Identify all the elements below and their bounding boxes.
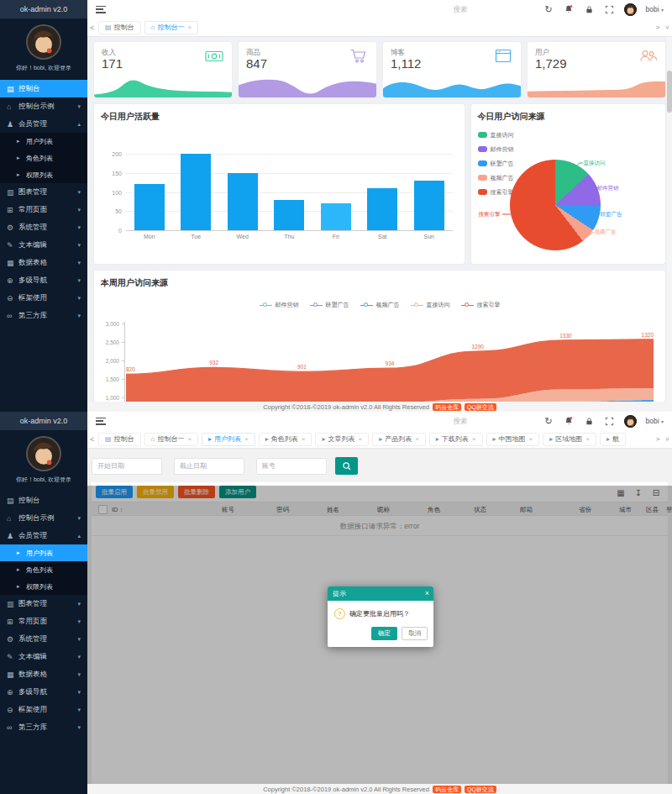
tab[interactable]: ▸中国地图× — [486, 433, 540, 446]
sidebar-item[interactable]: ⊞常用页面▾ — [0, 613, 87, 630]
tab-close-icon[interactable]: × — [187, 435, 192, 443]
legend-item[interactable]: 联盟广告 — [310, 301, 349, 309]
tabs-scroll-right-icon[interactable]: > — [656, 435, 660, 443]
scrollbar[interactable] — [667, 37, 672, 402]
user-menu[interactable]: bobi ▾ — [646, 417, 664, 425]
fullscreen-icon[interactable] — [604, 416, 615, 427]
tab[interactable]: ⌂控制台一× — [144, 21, 199, 34]
qq-group-badge[interactable]: QQ群交流 — [465, 786, 496, 793]
sidebar-item[interactable]: ▤控制台 — [0, 80, 87, 97]
tab[interactable]: ⌂控制台一× — [144, 433, 199, 446]
search-input[interactable] — [454, 417, 534, 425]
qq-group-badge[interactable]: QQ群交流 — [465, 403, 496, 411]
sidebar-item[interactable]: ▸权限列表 — [0, 166, 87, 183]
bell-icon[interactable] — [564, 4, 575, 15]
start-date-input[interactable] — [92, 458, 162, 475]
close-icon[interactable]: × — [425, 586, 429, 601]
sidebar-item[interactable]: ▸用户列表 — [0, 544, 87, 561]
sidebar-item[interactable]: ⌂控制台示例▾ — [0, 97, 87, 115]
tabs-menu-icon[interactable]: > — [664, 437, 671, 441]
bar[interactable] — [321, 203, 351, 230]
bar[interactable] — [228, 173, 258, 230]
sidebar-item[interactable]: ▸用户列表 — [0, 133, 87, 150]
sidebar-item[interactable]: ∞第三方库▾ — [0, 718, 87, 736]
refresh-icon[interactable]: ↻ — [543, 416, 554, 427]
search-button[interactable] — [335, 457, 358, 475]
tab-close-icon[interactable]: × — [415, 435, 419, 443]
refresh-icon[interactable]: ↻ — [543, 4, 554, 15]
tab-close-icon[interactable]: × — [529, 435, 533, 443]
tab[interactable]: ▤控制台 — [98, 433, 141, 446]
sidebar-item[interactable]: ▤控制台 — [0, 492, 87, 509]
repo-badge[interactable]: 码云仓库 — [433, 786, 461, 793]
legend-item[interactable]: 直接访问 — [478, 128, 514, 142]
bell-icon[interactable] — [564, 416, 575, 427]
lock-icon[interactable] — [584, 4, 595, 15]
user-avatar[interactable] — [26, 436, 61, 471]
sidebar-item[interactable]: ⌂控制台示例▾ — [0, 509, 87, 527]
menu-toggle-icon[interactable] — [96, 6, 106, 13]
bar[interactable] — [134, 184, 165, 230]
bar[interactable] — [414, 181, 444, 230]
sidebar-item[interactable]: ▦数据表格▾ — [0, 665, 87, 683]
tab[interactable]: ▸下载列表× — [429, 433, 483, 446]
tab[interactable]: ▸角色列表× — [259, 433, 312, 446]
legend-item[interactable]: 视频广告 — [478, 171, 514, 185]
legend-item[interactable]: 搜索引擎 — [461, 301, 501, 309]
sidebar-item[interactable]: ▥图表管理▾ — [0, 595, 87, 613]
sidebar-item[interactable]: ⊖框架使用▾ — [0, 701, 87, 718]
account-input[interactable] — [256, 458, 327, 475]
user-avatar[interactable] — [624, 415, 637, 428]
sidebar-item[interactable]: ▦数据表格▾ — [0, 254, 87, 271]
confirm-button[interactable]: 确定 — [371, 627, 397, 640]
user-avatar[interactable] — [26, 24, 61, 60]
sidebar-item[interactable]: ▸角色列表 — [0, 561, 87, 578]
sidebar-item[interactable]: ⚙系统管理▾ — [0, 218, 87, 236]
end-date-input[interactable] — [174, 458, 244, 475]
menu-toggle-icon[interactable] — [96, 418, 106, 425]
scrollbar-thumb[interactable] — [667, 71, 672, 113]
sidebar-item[interactable]: ♟会员管理▴ — [0, 115, 87, 133]
tabs-menu-icon[interactable]: > — [664, 25, 671, 29]
sidebar-item[interactable]: ⊕多级导航▾ — [0, 271, 87, 289]
user-avatar[interactable] — [624, 3, 637, 16]
tabs-scroll-left-icon[interactable]: < — [90, 430, 94, 448]
tabs-scroll-right-icon[interactable]: > — [656, 24, 660, 31]
lock-icon[interactable] — [584, 416, 595, 427]
tab[interactable]: ▤控制台 — [98, 21, 141, 34]
tab[interactable]: ▸文章列表× — [315, 433, 369, 446]
legend-item[interactable]: 视频广告 — [360, 301, 400, 309]
tab[interactable]: ▸产品列表× — [372, 433, 426, 446]
tab[interactable]: ▸用户列表× — [202, 433, 255, 446]
cancel-button[interactable]: 取消 — [402, 627, 428, 640]
tab-close-icon[interactable]: × — [472, 435, 476, 443]
sidebar-item[interactable]: ⊕多级导航▾ — [0, 683, 87, 701]
fullscreen-icon[interactable] — [604, 4, 615, 15]
sidebar-item[interactable]: ⊖框架使用▾ — [0, 289, 87, 307]
legend-item[interactable]: 直接访问 — [411, 301, 450, 309]
bar[interactable] — [274, 200, 304, 230]
legend-item[interactable]: 联盟广告 — [478, 156, 514, 171]
legend-item[interactable]: 搜索引擎 — [478, 185, 514, 199]
repo-badge[interactable]: 码云仓库 — [433, 403, 461, 411]
user-menu[interactable]: bobi ▾ — [646, 5, 664, 13]
sidebar-item[interactable]: ✎文本编辑▾ — [0, 236, 87, 254]
sidebar-item[interactable]: ▸权限列表 — [0, 578, 87, 595]
sidebar-item[interactable]: ▸角色列表 — [0, 150, 87, 166]
search-input[interactable] — [454, 5, 534, 13]
sidebar-item[interactable]: ⊞常用页面▾ — [0, 201, 87, 218]
tab-close-icon[interactable]: × — [244, 435, 249, 443]
tab-close-icon[interactable]: × — [187, 24, 192, 31]
tab-close-icon[interactable]: × — [358, 435, 362, 443]
legend-item[interactable]: 邮件营销 — [478, 142, 514, 156]
sidebar-item[interactable]: ✎文本编辑▾ — [0, 648, 87, 665]
legend-item[interactable]: 邮件营销 — [260, 301, 299, 309]
sidebar-item[interactable]: ∞第三方库▾ — [0, 307, 87, 324]
bar[interactable] — [367, 188, 397, 230]
tab-close-icon[interactable]: × — [585, 435, 590, 443]
tab[interactable]: ▸航 — [600, 433, 626, 446]
tabs-scroll-left-icon[interactable]: < — [90, 18, 94, 36]
tab[interactable]: ▸区域地图× — [543, 433, 596, 446]
sidebar-item[interactable]: ▥图表管理▾ — [0, 183, 87, 201]
sidebar-item[interactable]: ⚙系统管理▾ — [0, 630, 87, 648]
